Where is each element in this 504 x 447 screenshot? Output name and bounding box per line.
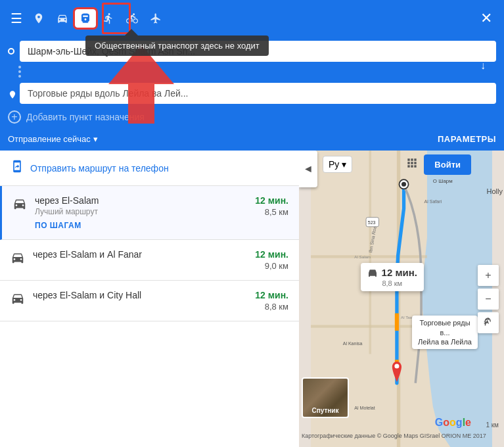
svg-point-8	[394, 364, 399, 369]
duration-callout: 12 мин. 8,8 км	[361, 263, 424, 291]
destination-label-text: Торговые ряды в...Лейла ва Лейла	[418, 319, 472, 346]
satellite-thumbnail: Спутник	[302, 377, 349, 418]
signin-button[interactable]: Войти	[424, 154, 471, 175]
route-via-3: через El-Salam и City Hall	[33, 290, 141, 300]
google-logo: Google	[435, 417, 471, 429]
map-right-controls: + −	[478, 265, 499, 333]
car-mode-button[interactable]	[51, 9, 74, 28]
hamburger-button[interactable]: ☰	[5, 5, 28, 32]
google-o2: o	[449, 417, 456, 428]
svg-text:Al Motelat: Al Motelat	[354, 406, 375, 410]
left-panel: Отправить маршрут на телефон через El-Sa…	[0, 151, 299, 447]
route-info-3: через El-Salam и City Hall 12 мин. 8,8 к…	[33, 290, 288, 312]
google-e: e	[465, 417, 471, 428]
satellite-thumbnail-area[interactable]: Спутник	[302, 377, 349, 418]
steps-button-1[interactable]: ПО ШАГАМ	[35, 221, 288, 230]
add-destination-row: + Добавить пункт назначения	[8, 108, 496, 129]
route-via-2: через El-Salam и Al Fanar	[33, 249, 142, 260]
content-area: Отправить маршрут на телефон через El-Sa…	[0, 151, 504, 447]
add-destination-label: Добавить пункт назначения	[26, 112, 145, 122]
holly-label: Holly	[487, 187, 503, 195]
depart-dropdown-icon: ▾	[93, 134, 98, 144]
route-option-2[interactable]: через El-Salam и Al Fanar 12 мин. 9,0 км	[0, 240, 299, 281]
car-route-icon-2	[11, 250, 25, 268]
svg-text:O Шарм: O Шарм	[433, 178, 453, 184]
google-controls: Войти	[405, 154, 471, 175]
route-dist-2: 9,0 км	[265, 261, 288, 271]
route-time-1: 12 мин.	[255, 195, 288, 206]
send-to-phone-row[interactable]: Отправить маршрут на телефон	[0, 151, 299, 186]
add-destination-button[interactable]: +	[8, 110, 21, 124]
destination-map-label: Торговые ряды в...Лейла ва Лейла	[412, 316, 478, 349]
depart-label: Отправление сейчас	[8, 134, 91, 144]
walk-mode-button[interactable]	[97, 9, 120, 28]
route-option-1[interactable]: через El-Salam 12 мин. Лучший маршрут 8,…	[0, 186, 299, 240]
tooltip-text: Общественный транспорт здесь не ходит	[85, 35, 269, 56]
svg-text:523: 523	[368, 220, 376, 225]
send-to-phone-icon	[11, 160, 24, 176]
depart-button[interactable]: Отправление сейчас ▾	[8, 134, 98, 144]
zoom-out-button[interactable]: −	[478, 289, 499, 310]
destination-row: ↑ ↓	[8, 79, 496, 108]
route-time-3: 12 мин.	[255, 290, 288, 300]
svg-text:Al Safari: Al Safari	[424, 199, 442, 204]
google-o1: o	[443, 417, 449, 428]
destination-input[interactable]	[20, 83, 496, 104]
car-route-icon-3	[11, 291, 25, 309]
origin-dot	[8, 48, 14, 55]
map-panel: Ibn Sina Road Al Salam Al Tawar O Шарм A…	[299, 151, 504, 447]
route-label-1: Лучший маршрут	[35, 207, 98, 217]
duration-time: 12 мин.	[382, 267, 417, 278]
svg-text:Al Kanisa: Al Kanisa	[343, 341, 363, 346]
map-collapse-area: ◄	[299, 151, 317, 187]
map-collapse-button[interactable]: ◄	[299, 151, 317, 187]
svg-text:Al Salam: Al Salam	[354, 254, 371, 259]
map-copyright: Картографические данные © Google Maps GI…	[302, 433, 486, 439]
language-dropdown-icon: ▾	[342, 159, 346, 170]
top-bar: ☰ ✕	[0, 0, 504, 37]
params-button[interactable]: ПАРАМЕТРЫ	[438, 134, 496, 144]
route-dist-1: 8,5 км	[265, 207, 288, 217]
swap-arrows-button[interactable]: ↑ ↓	[480, 50, 486, 71]
car-route-icon-1	[12, 197, 27, 214]
svg-point-7	[401, 182, 406, 187]
google-g2: g	[456, 417, 463, 428]
bike-mode-button[interactable]	[121, 9, 143, 28]
send-to-phone-label: Отправить маршрут на телефон	[30, 163, 169, 174]
directions-mode-button[interactable]	[28, 9, 50, 28]
nav-modes	[28, 9, 474, 28]
google-apps-button[interactable]	[405, 156, 419, 173]
route-dist-3: 8,8 км	[265, 302, 288, 312]
language-label: Ру	[329, 159, 339, 170]
route-option-3[interactable]: через El-Salam и City Hall 12 мин. 8,8 к…	[0, 281, 299, 321]
flight-mode-button[interactable]	[145, 9, 167, 28]
route-time-2: 12 мин.	[255, 249, 288, 260]
zoom-in-button[interactable]: +	[478, 265, 499, 286]
route-info-2: через El-Salam и Al Fanar 12 мин. 9,0 км	[33, 249, 288, 271]
route-via-1: через El-Salam	[35, 195, 99, 206]
google-g: G	[435, 417, 443, 428]
close-button[interactable]: ✕	[474, 6, 499, 31]
satellite-label: Спутник	[311, 407, 338, 414]
map-scale: 1 км	[486, 421, 499, 429]
transit-mode-button[interactable]	[75, 9, 96, 28]
route-actions-row: Отправление сейчас ▾ ПАРАМЕТРЫ	[8, 129, 496, 151]
collapse-icon: ◄	[303, 163, 313, 175]
transit-tooltip: Общественный транспорт здесь не ходит	[85, 35, 269, 56]
route-info-1: через El-Salam 12 мин. Лучший маршрут 8,…	[35, 195, 288, 230]
street-view-button[interactable]	[478, 312, 499, 333]
duration-dist: 8,8 км	[367, 279, 417, 287]
language-selector[interactable]: Ру ▾	[323, 156, 352, 173]
